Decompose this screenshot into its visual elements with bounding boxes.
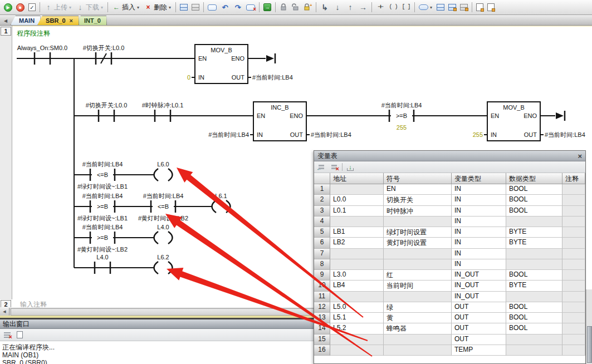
insert-row-button[interactable]: ← [316, 163, 326, 171]
cell-comment[interactable] [562, 292, 585, 302]
network-comment-placeholder[interactable]: 输入注释 [20, 300, 47, 307]
network-comment[interactable]: 程序段注释 [17, 29, 50, 38]
scrollbar-thumb[interactable] [587, 326, 592, 363]
cell-address[interactable] [330, 217, 384, 227]
cell-var-type[interactable]: IN [452, 227, 506, 238]
scroll-left-button[interactable]: ◀ [0, 308, 9, 316]
column-header-5[interactable]: 注释 [562, 173, 585, 184]
row-number[interactable]: 10 [314, 281, 330, 291]
close-icon[interactable]: × [578, 152, 582, 160]
symbol-table-button[interactable] [435, 1, 446, 13]
cell-address[interactable] [330, 345, 384, 356]
cell-comment[interactable] [562, 184, 585, 195]
row-number[interactable]: 8 [314, 259, 330, 270]
cell-var-type[interactable]: OUT [452, 335, 506, 345]
tab-sbr0[interactable]: SBR_0× [37, 16, 79, 25]
line-right-button[interactable]: → [357, 1, 369, 13]
cell-data-type[interactable] [506, 345, 562, 356]
row-number[interactable]: 6 [314, 238, 330, 248]
column-header-4[interactable]: 数据类型 [506, 173, 562, 184]
cell-var-type[interactable]: OUT [452, 313, 506, 323]
cell-symbol[interactable]: EN [384, 184, 452, 195]
cell-var-type[interactable]: IN_OUT [452, 270, 506, 281]
cell-comment[interactable] [562, 227, 585, 238]
cell-address[interactable]: L5.0 [330, 302, 384, 313]
chevron-down-icon[interactable]: ▾ [429, 5, 433, 10]
variable-table-titlebar[interactable]: 变量表 × [314, 151, 585, 161]
table-edit-button[interactable] [447, 1, 458, 13]
cell-comment[interactable] [562, 217, 585, 227]
cell-var-type[interactable]: IN_OUT [452, 281, 506, 291]
lock-add-button[interactable]: + [301, 1, 314, 13]
cell-comment[interactable] [562, 345, 585, 356]
cell-symbol[interactable]: 蜂鸣器 [384, 323, 452, 334]
row-number[interactable]: 11 [314, 292, 330, 302]
row-number[interactable]: 16 [314, 345, 330, 356]
insert-contact-button[interactable]: ⊣⊢ [374, 1, 386, 13]
cell-data-type[interactable] [506, 335, 562, 345]
cell-symbol[interactable] [384, 345, 452, 356]
line-down-button[interactable]: ↓ [331, 1, 344, 13]
page-copy-button[interactable] [486, 1, 496, 13]
cell-symbol[interactable]: 时钟脉冲 [384, 206, 452, 217]
cell-address[interactable]: L3.0 [330, 270, 384, 281]
compile-button[interactable]: ✓ [27, 1, 37, 13]
cell-comment[interactable] [562, 302, 585, 313]
cell-data-type[interactable] [506, 217, 562, 227]
cell-data-type[interactable]: BOOL [506, 313, 562, 323]
cell-symbol[interactable]: 黄 [384, 313, 452, 323]
cell-var-type[interactable]: TEMP [452, 345, 506, 356]
cell-data-type[interactable] [506, 292, 562, 302]
lock-button[interactable] [278, 1, 289, 13]
cell-data-type[interactable]: BOOL [506, 184, 562, 195]
network-number[interactable]: 1 [1, 27, 11, 36]
cell-symbol[interactable] [384, 259, 452, 270]
row-number[interactable]: 12 [314, 302, 330, 313]
cell-comment[interactable] [562, 335, 585, 345]
cell-var-type[interactable]: IN [452, 206, 506, 217]
cell-data-type[interactable]: BOOL [506, 195, 562, 205]
cell-symbol[interactable]: 黄灯时间设置 [384, 238, 452, 248]
chevron-down-icon[interactable]: ▾ [168, 5, 172, 10]
table-edit-button-2[interactable] [458, 1, 469, 13]
cell-var-type[interactable]: IN [452, 249, 506, 259]
row-number[interactable]: 5 [314, 227, 330, 238]
cell-address[interactable]: L0.1 [330, 206, 384, 217]
row-number[interactable]: 15 [314, 335, 330, 345]
cell-address[interactable] [330, 184, 384, 195]
copy-output-button[interactable] [15, 331, 24, 339]
chevron-down-icon[interactable]: ▾ [136, 5, 140, 10]
run-button[interactable]: ▶ [2, 1, 14, 13]
clear-output-button[interactable]: × [3, 331, 12, 339]
cell-comment[interactable] [562, 270, 585, 281]
insert-button[interactable]: ← 插入 ▾ [110, 1, 141, 13]
cell-symbol[interactable]: 切换开关 [384, 195, 452, 205]
tab-close-icon[interactable]: × [70, 17, 73, 24]
cell-var-type[interactable]: IN [452, 195, 506, 205]
tab-int0[interactable]: INT_0 [76, 16, 107, 25]
cell-comment[interactable] [562, 281, 585, 291]
tab-main[interactable]: MAIN [11, 16, 41, 25]
cell-comment[interactable] [562, 195, 585, 205]
cell-address[interactable] [330, 259, 384, 270]
row-number-header[interactable] [314, 173, 330, 184]
cell-address[interactable] [330, 335, 384, 345]
cell-comment[interactable] [562, 249, 585, 259]
undo-button[interactable]: ↶ [219, 1, 231, 13]
cell-address[interactable]: LB2 [330, 238, 384, 248]
row-number[interactable]: 1 [314, 184, 330, 195]
cell-symbol[interactable]: 绿 [384, 302, 452, 313]
cell-var-type[interactable]: OUT [452, 323, 506, 334]
unlock-button[interactable] [290, 1, 301, 13]
insert-box-button[interactable]: [ ] [400, 1, 412, 13]
cell-var-type[interactable]: IN_OUT [452, 292, 506, 302]
delete-row-button[interactable]: × [329, 163, 339, 171]
cell-data-type[interactable]: BYTE [506, 238, 562, 248]
cell-data-type[interactable]: BOOL [506, 323, 562, 334]
line-up-button[interactable]: ↑ [344, 1, 356, 13]
column-header-1[interactable]: 地址 [330, 173, 384, 184]
cell-data-type[interactable]: BOOL [506, 302, 562, 313]
delete-page-button[interactable]: × [244, 1, 257, 13]
row-number[interactable]: 13 [314, 313, 330, 323]
cell-comment[interactable] [562, 206, 585, 217]
